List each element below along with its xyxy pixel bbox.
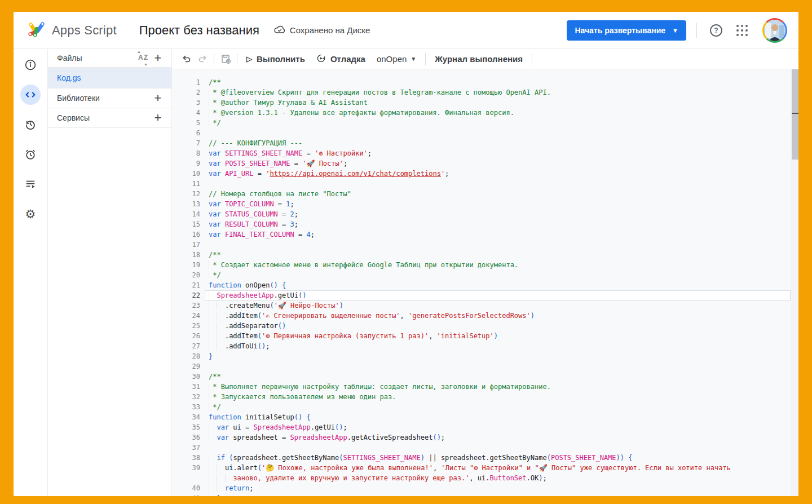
code-row[interactable]: 34function initialSetup() { xyxy=(172,412,798,422)
scrollbar-thumb[interactable] xyxy=(792,69,798,160)
line-number: 3 xyxy=(172,98,200,108)
code-text: // Номера столбцов на листе "Посты" xyxy=(209,189,351,199)
code-row[interactable]: 30/** xyxy=(172,372,798,382)
browser-frame: Apps Script Проект без названия Сохранен… xyxy=(0,0,812,504)
code-row[interactable]: 7// --- КОНФИГУРАЦИЯ --- xyxy=(172,138,798,148)
file-item-kod-gs[interactable]: Код.gs xyxy=(48,68,171,89)
code-row[interactable]: 39 ui.alert('🤔 Похоже, настройка уже был… xyxy=(172,463,798,473)
line-number: 34 xyxy=(172,412,200,422)
code-row[interactable]: 22 SpreadsheetApp.getUi() xyxy=(172,290,798,300)
google-apps-button[interactable] xyxy=(733,21,751,39)
code-row[interactable]: 14var STATUS_COLUMN = 2; xyxy=(172,209,798,219)
code-row[interactable]: 29 xyxy=(172,361,798,372)
project-settings-icon[interactable]: ⚙ xyxy=(20,204,41,224)
code-row[interactable]: 25 .addSeparator() xyxy=(172,321,798,331)
executions-icon[interactable] xyxy=(20,174,41,194)
editor-code-icon[interactable] xyxy=(20,85,41,105)
code-row[interactable]: заново, удалите их вручную и запустите н… xyxy=(172,473,798,483)
code-text: */ xyxy=(209,402,221,412)
code-row[interactable]: 41 } xyxy=(172,493,798,496)
code-row[interactable]: 3 * @author Тимур Угулава & AI Assistant xyxy=(172,98,798,108)
code-row[interactable]: 32 * Запускается пользователем из меню о… xyxy=(172,392,798,402)
sort-az-icon[interactable]: ▲AZ▼ xyxy=(135,52,151,64)
code-row[interactable]: 24 .addItem('✍ Сгенерировать выделенные … xyxy=(172,311,798,321)
toolbar-divider xyxy=(532,53,532,65)
code-row[interactable]: 18/** xyxy=(172,250,798,260)
code-row[interactable]: 8var SETTINGS_SHEET_NAME = '⚙ Настройки'… xyxy=(172,148,798,158)
code-row[interactable]: 12// Номера столбцов на листе "Посты" xyxy=(172,189,798,199)
code-row[interactable]: 37 xyxy=(172,443,798,453)
code-row[interactable]: 36 var spreadsheet = SpreadsheetApp.getA… xyxy=(172,432,798,443)
line-number: 41 xyxy=(172,493,200,496)
code-text: /** xyxy=(209,250,221,260)
code-row[interactable]: 20 */ xyxy=(172,270,798,280)
add-file-button[interactable]: + xyxy=(151,52,165,64)
code-text: * @author Тимур Угулава & AI Assistant xyxy=(209,98,368,108)
code-row[interactable]: 9var POSTS_SHEET_NAME = '🚀 Посты'; xyxy=(172,158,798,169)
deploy-button[interactable]: Начать развертывание ▼ xyxy=(567,20,686,41)
code-text: return; xyxy=(209,483,254,493)
line-number: 7 xyxy=(172,138,200,148)
avatar[interactable] xyxy=(762,18,787,43)
code-text: var ui = SpreadsheetApp.getUi(); xyxy=(209,422,347,432)
code-row[interactable]: 19 * Создает кастомное меню в интерфейсе… xyxy=(172,260,798,270)
cloud-saved-icon xyxy=(274,25,285,36)
code-row[interactable]: 16var FINAL_TEXT_COLUMN = 4; xyxy=(172,229,798,240)
line-number xyxy=(172,473,200,483)
code-text: /** xyxy=(209,77,221,87)
code-row[interactable]: 40 return; xyxy=(172,483,798,493)
code-lines: 1/**2 * @fileoverview Скрипт для генерац… xyxy=(172,77,798,496)
code-row[interactable]: 28} xyxy=(172,351,798,361)
code-text: var API_URL = 'https://api.openai.com/v1… xyxy=(209,169,449,179)
execution-log-button[interactable]: Журнал выполнения xyxy=(429,51,528,68)
code-row[interactable]: 5 */ xyxy=(172,118,798,128)
debug-button[interactable]: Отладка xyxy=(311,51,371,68)
code-row[interactable]: 26 .addItem('⚙ Первичная настройка (запу… xyxy=(172,331,798,341)
redo-button[interactable] xyxy=(195,51,210,67)
project-title[interactable]: Проект без названия xyxy=(139,23,259,38)
deploy-button-label: Начать развертывание xyxy=(575,26,665,35)
function-selector[interactable]: onOpen ▼ xyxy=(377,54,416,64)
code-row[interactable]: 27 .addToUi(); xyxy=(172,341,798,351)
code-row[interactable]: 6 xyxy=(172,128,798,138)
project-history-icon[interactable] xyxy=(20,114,41,135)
line-number: 29 xyxy=(172,361,200,372)
triggers-icon[interactable] xyxy=(20,144,41,165)
line-number: 36 xyxy=(172,432,200,443)
code-row[interactable]: 11 xyxy=(172,179,798,189)
code-text: .addSeparator() xyxy=(209,321,286,331)
line-number: 28 xyxy=(172,351,200,361)
code-row[interactable]: 1/** xyxy=(172,77,798,87)
undo-button[interactable] xyxy=(179,51,195,67)
files-panel-header: Файлы ▲AZ▼ + xyxy=(48,49,171,68)
line-number: 12 xyxy=(172,189,200,199)
code-editor[interactable]: 1/**2 * @fileoverview Скрипт для генерац… xyxy=(172,69,798,496)
code-row[interactable]: 35 var ui = SpreadsheetApp.getUi(); xyxy=(172,422,798,432)
add-service-button[interactable]: + xyxy=(151,112,165,124)
save-button[interactable] xyxy=(218,51,233,67)
line-number: 35 xyxy=(172,422,200,432)
toolbar-divider xyxy=(425,53,426,65)
code-row[interactable]: 13var TOPIC_COLUMN = 1; xyxy=(172,199,798,209)
help-button[interactable]: ? xyxy=(707,21,725,39)
code-row[interactable]: 33 */ xyxy=(172,402,798,412)
run-label: Выполнить xyxy=(257,54,305,64)
code-row[interactable]: 15var RESULT_COLUMN = 3; xyxy=(172,219,798,229)
code-text: var SETTINGS_SHEET_NAME = '⚙ Настройки'; xyxy=(209,148,372,158)
editor-scrollbar[interactable] xyxy=(791,69,798,496)
code-row[interactable]: 4 * @version 1.3.1 - Удалены все артефак… xyxy=(172,108,798,118)
code-row[interactable]: 23 .createMenu('🚀 Нейро-Посты') xyxy=(172,300,798,311)
code-row[interactable]: 2 * @fileoverview Скрипт для генерации п… xyxy=(172,87,798,98)
add-library-button[interactable]: + xyxy=(151,92,165,104)
overview-icon[interactable] xyxy=(20,55,41,75)
services-section[interactable]: Сервисы + xyxy=(48,108,171,128)
code-row[interactable]: 21function onOpen() { xyxy=(172,280,798,290)
run-button[interactable]: ▷ Выполнить xyxy=(241,51,311,68)
code-row[interactable]: 17 xyxy=(172,240,798,250)
code-row[interactable]: 38 if (spreadsheet.getSheetByName(SETTIN… xyxy=(172,453,798,463)
libraries-section[interactable]: Библиотеки + xyxy=(48,88,171,108)
line-number: 39 xyxy=(172,463,200,473)
line-number: 17 xyxy=(172,240,200,250)
code-row[interactable]: 10var API_URL = 'https://api.openai.com/… xyxy=(172,169,798,179)
code-row[interactable]: 31 * Выполняет первичную настройку табли… xyxy=(172,382,798,392)
